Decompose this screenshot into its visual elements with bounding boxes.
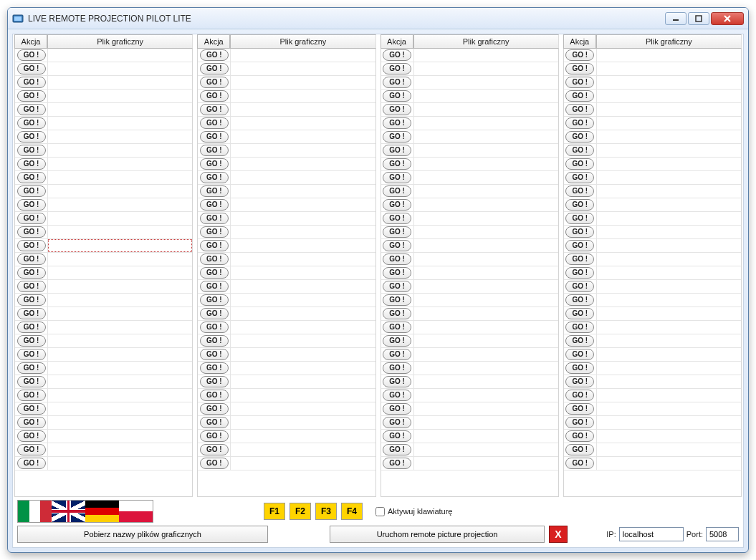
table-row[interactable]: GO ! (198, 49, 375, 62)
go-button[interactable]: GO ! (383, 226, 411, 238)
cell-file[interactable] (48, 253, 192, 266)
table-row[interactable]: GO ! (381, 375, 558, 389)
table-row[interactable]: GO ! (381, 117, 558, 130)
go-button[interactable]: GO ! (565, 362, 594, 374)
cell-file[interactable] (597, 185, 741, 198)
table-row[interactable]: GO ! (198, 130, 375, 144)
go-button[interactable]: GO ! (200, 172, 229, 183)
table-row[interactable]: GO ! (564, 76, 741, 90)
go-button[interactable]: GO ! (17, 199, 46, 211)
go-button[interactable]: GO ! (565, 376, 594, 387)
table-row[interactable]: GO ! (564, 321, 741, 334)
flag-german[interactable] (85, 501, 119, 522)
go-button[interactable]: GO ! (200, 185, 229, 197)
run-projection-button[interactable]: Uruchom remote picture projection (330, 526, 545, 543)
table-row[interactable]: GO ! (381, 443, 558, 457)
table-row[interactable]: GO ! (15, 49, 192, 62)
table-row[interactable]: GO ! (15, 294, 192, 307)
table-row[interactable]: GO ! (564, 239, 741, 253)
cell-file[interactable] (48, 62, 192, 75)
table-row[interactable]: GO ! (564, 130, 741, 144)
go-button[interactable]: GO ! (17, 458, 46, 469)
go-button[interactable]: GO ! (200, 131, 229, 143)
go-button[interactable]: GO ! (383, 117, 411, 129)
fkey-f3[interactable]: F3 (315, 503, 337, 520)
table-row[interactable]: GO ! (564, 375, 741, 389)
table-row[interactable]: GO ! (15, 430, 192, 443)
ip-input[interactable] (619, 527, 684, 541)
go-button[interactable]: GO ! (383, 417, 411, 428)
go-button[interactable]: GO ! (17, 362, 46, 374)
go-button[interactable]: GO ! (565, 349, 594, 360)
table-row[interactable]: GO ! (198, 239, 375, 253)
table-row[interactable]: GO ! (15, 416, 192, 430)
table-row[interactable]: GO ! (381, 239, 558, 253)
cell-file[interactable] (414, 443, 558, 456)
table-row[interactable]: GO ! (15, 457, 192, 470)
go-button[interactable]: GO ! (565, 145, 594, 156)
table-row[interactable]: GO ! (381, 348, 558, 362)
cell-file[interactable] (414, 253, 558, 266)
table-row[interactable]: GO ! (198, 171, 375, 185)
table-row[interactable]: GO ! (381, 266, 558, 280)
go-button[interactable]: GO ! (17, 213, 46, 224)
go-button[interactable]: GO ! (200, 213, 229, 224)
cell-file[interactable] (597, 430, 741, 443)
cell-file[interactable] (48, 90, 192, 102)
go-button[interactable]: GO ! (200, 444, 229, 455)
table-row[interactable]: GO ! (381, 158, 558, 171)
table-row[interactable]: GO ! (15, 321, 192, 334)
cell-file[interactable] (597, 76, 741, 89)
cell-file[interactable] (597, 416, 741, 429)
go-button[interactable]: GO ! (565, 240, 594, 251)
cell-file[interactable] (597, 198, 741, 211)
table-row[interactable]: GO ! (15, 103, 192, 117)
go-button[interactable]: GO ! (17, 267, 46, 279)
cell-file[interactable] (597, 294, 741, 306)
cell-file[interactable] (231, 321, 375, 334)
go-button[interactable]: GO ! (200, 322, 229, 333)
go-button[interactable]: GO ! (200, 349, 229, 360)
cell-file[interactable] (414, 103, 558, 116)
go-button[interactable]: GO ! (565, 185, 594, 197)
go-button[interactable]: GO ! (565, 49, 594, 61)
table-row[interactable]: GO ! (198, 457, 375, 470)
cell-file[interactable] (231, 62, 375, 75)
table-row[interactable]: GO ! (198, 198, 375, 212)
table-row[interactable]: GO ! (564, 144, 741, 158)
cell-file[interactable] (48, 117, 192, 130)
cell-file[interactable] (231, 375, 375, 388)
table-row[interactable]: GO ! (15, 212, 192, 226)
go-button[interactable]: GO ! (383, 281, 411, 292)
table-row[interactable]: GO ! (564, 171, 741, 185)
table-row[interactable]: GO ! (564, 185, 741, 198)
table-row[interactable]: GO ! (381, 389, 558, 402)
cell-file[interactable] (414, 321, 558, 334)
table-row[interactable]: GO ! (381, 416, 558, 430)
cell-file[interactable] (48, 457, 192, 470)
cell-file[interactable] (231, 334, 375, 347)
table-row[interactable]: GO ! (564, 212, 741, 226)
table-row[interactable]: GO ! (381, 402, 558, 416)
go-button[interactable]: GO ! (200, 403, 229, 415)
cell-file[interactable] (414, 307, 558, 320)
go-button[interactable]: GO ! (383, 444, 411, 455)
go-button[interactable]: GO ! (565, 294, 594, 306)
table-row[interactable]: GO ! (198, 334, 375, 348)
table-row[interactable]: GO ! (15, 158, 192, 171)
cell-file[interactable] (231, 103, 375, 116)
cell-file[interactable] (597, 158, 741, 170)
cell-file[interactable] (231, 266, 375, 279)
table-row[interactable]: GO ! (564, 158, 741, 171)
go-button[interactable]: GO ! (383, 390, 411, 401)
go-button[interactable]: GO ! (383, 335, 411, 347)
cell-file[interactable] (414, 198, 558, 211)
go-button[interactable]: GO ! (200, 430, 229, 442)
go-button[interactable]: GO ! (17, 335, 46, 347)
cell-file[interactable] (414, 389, 558, 402)
go-button[interactable]: GO ! (17, 281, 46, 292)
go-button[interactable]: GO ! (383, 294, 411, 306)
cell-file[interactable] (231, 49, 375, 62)
table-row[interactable]: GO ! (198, 226, 375, 239)
table-row[interactable]: GO ! (198, 253, 375, 266)
